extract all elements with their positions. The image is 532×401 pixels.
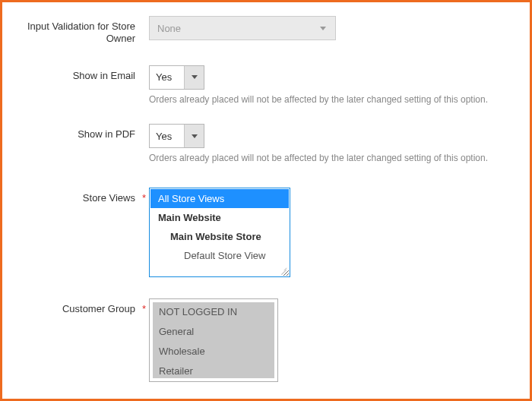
field-show-pdf-row: Show in PDF Yes Orders already placed wi…: [25, 124, 507, 165]
customer-group-option[interactable]: Wholesale: [153, 342, 274, 362]
label-show-pdf: Show in PDF: [25, 124, 149, 141]
store-views-option[interactable]: Main Website: [150, 208, 289, 227]
label-input-validation: Input Validation for Store Owner: [25, 16, 149, 46]
show-pdf-value: Yes: [150, 125, 184, 147]
chevron-down-icon: [184, 125, 204, 147]
input-validation-select[interactable]: None: [149, 16, 336, 40]
chevron-down-icon: [184, 66, 204, 89]
label-show-email: Show in Email: [25, 65, 149, 82]
field-input-validation-row: Input Validation for Store Owner None: [25, 16, 507, 46]
show-email-help: Orders already placed will not be affect…: [149, 94, 507, 106]
field-show-email-row: Show in Email Yes Orders already placed …: [25, 65, 507, 106]
customer-group-option[interactable]: Retailer: [153, 362, 274, 381]
field-store-views-row: Store Views * All Store Views Main Websi…: [25, 188, 507, 277]
customer-group-option[interactable]: NOT LOGGED IN: [153, 302, 274, 322]
store-views-option[interactable]: Default Store View: [150, 246, 289, 265]
form-panel: Input Validation for Store Owner None Sh…: [0, 0, 532, 401]
show-email-value: Yes: [150, 66, 184, 89]
label-store-views: Store Views: [83, 192, 135, 204]
store-views-multiselect[interactable]: All Store Views Main Website Main Websit…: [149, 188, 290, 277]
required-marker: *: [142, 192, 146, 204]
chevron-down-icon: [311, 17, 335, 39]
customer-group-option[interactable]: General: [153, 322, 274, 342]
customer-group-multiselect[interactable]: NOT LOGGED IN General Wholesale Retailer: [149, 298, 278, 382]
required-marker: *: [142, 303, 146, 315]
input-validation-value: None: [150, 23, 311, 34]
label-customer-group: Customer Group: [62, 303, 135, 314]
store-views-option[interactable]: Main Website Store: [150, 227, 289, 246]
show-email-select[interactable]: Yes: [149, 65, 204, 90]
resize-grip-icon: [280, 267, 289, 276]
field-customer-group-row: Customer Group * NOT LOGGED IN General W…: [25, 298, 507, 382]
show-pdf-help: Orders already placed will not be affect…: [149, 153, 507, 165]
store-views-option[interactable]: All Store Views: [150, 189, 289, 208]
show-pdf-select[interactable]: Yes: [149, 124, 204, 148]
